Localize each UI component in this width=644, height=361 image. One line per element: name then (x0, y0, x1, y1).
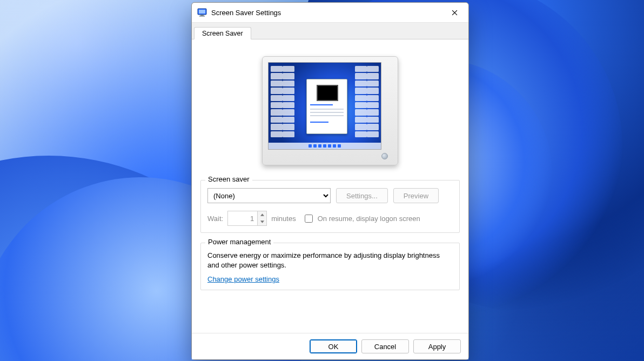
window-title: Screen Saver Settings (211, 9, 444, 17)
svg-rect-3 (199, 16, 205, 17)
screensaver-icon (197, 8, 207, 17)
svg-rect-1 (199, 10, 205, 14)
screensaver-select[interactable]: (None) (207, 188, 331, 203)
screensaver-group-legend: Screen saver (205, 175, 252, 183)
screensaver-preview-monitor (200, 46, 460, 176)
power-management-group: Power management Conserve energy or maxi… (200, 243, 460, 290)
screen-saver-settings-dialog: Screen Saver Settings Screen Saver (191, 2, 469, 360)
wait-spin-up[interactable] (258, 211, 266, 218)
ok-button[interactable]: OK (310, 339, 357, 353)
resume-logon-label: On resume, display logon screen (318, 215, 420, 223)
close-icon (452, 10, 458, 16)
dialog-body: Screen saver (None) Settings... Preview … (192, 39, 468, 333)
change-power-settings-link[interactable]: Change power settings (207, 275, 279, 283)
chevron-up-icon (260, 213, 264, 216)
wait-spin-down[interactable] (258, 218, 266, 225)
cancel-button[interactable]: Cancel (361, 339, 409, 353)
chevron-down-icon (260, 220, 264, 223)
wait-units-label: minutes (271, 215, 296, 223)
apply-button[interactable]: Apply (413, 339, 461, 353)
dialog-footer: OK Cancel Apply (192, 333, 468, 359)
svg-rect-2 (200, 15, 204, 16)
screensaver-preview-button[interactable]: Preview (393, 188, 439, 203)
tab-screen-saver[interactable]: Screen Saver (194, 27, 251, 39)
screensaver-group: Screen saver (None) Settings... Preview … (200, 180, 460, 233)
power-management-text: Conserve energy or maximize performance … (207, 251, 453, 270)
resume-logon-checkbox[interactable] (305, 215, 313, 223)
close-button[interactable] (444, 5, 465, 20)
screensaver-settings-button[interactable]: Settings... (336, 188, 388, 203)
titlebar[interactable]: Screen Saver Settings (192, 3, 468, 23)
wait-label: Wait: (207, 215, 223, 223)
wait-spinner[interactable] (227, 211, 267, 226)
wait-input[interactable] (228, 211, 257, 225)
power-management-legend: Power management (205, 238, 273, 246)
tabstrip: Screen Saver (192, 23, 468, 39)
